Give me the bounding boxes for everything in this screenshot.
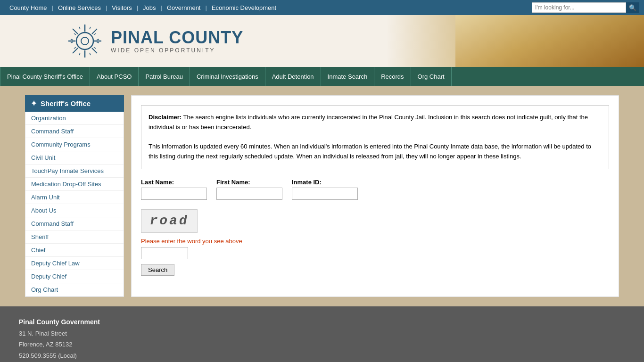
nav-records[interactable]: Records [374,67,411,86]
county-tagline: WIDE OPEN OPPORTUNITY [111,47,243,54]
sidebar-item-touchpay[interactable]: TouchPay Inmate Services [25,165,124,178]
disclaimer-box: Disclaimer: The search engine lists indi… [141,105,609,169]
last-name-input[interactable] [141,188,207,200]
svg-line-16 [71,39,73,40]
search-button[interactable]: Search [141,264,174,276]
main-navigation: Pinal County Sheriff's Office About PCSO… [0,67,644,86]
sidebar-item-community-programs[interactable]: Community Programs [25,138,124,151]
sidebar-item-organization[interactable]: Organization [25,112,124,125]
nav-online-services[interactable]: Online Services [53,4,106,11]
inmate-id-label: Inmate ID: [292,179,358,186]
inmate-id-input[interactable] [292,188,358,200]
header: PINAL COUNTY WIDE OPEN OPPORTUNITY [0,15,644,67]
svg-line-18 [71,42,73,43]
svg-line-6 [73,29,78,34]
sidebar-menu: Organization Command Staff Community Pro… [25,112,124,297]
svg-line-12 [79,27,80,29]
svg-line-19 [94,47,96,49]
nav-county-home[interactable]: County Home [5,4,51,11]
footer-address2: Florence, AZ 85132 [19,339,625,350]
nav-about-pcso[interactable]: About PCSO [90,67,139,86]
svg-point-1 [81,37,89,45]
footer-phone-local: 520.509.3555 (Local) [19,350,625,361]
nav-jobs[interactable]: Jobs [138,4,160,11]
inmate-id-group: Inmate ID: [292,179,358,200]
first-name-input[interactable] [216,188,282,200]
sidebar-item-alarm[interactable]: Alarm Unit [25,191,124,204]
star-icon: ✦ [31,99,37,108]
svg-line-13 [94,33,96,35]
sidebar-title: Sheriff's Office [41,99,91,107]
sidebar-item-civil-unit[interactable]: Civil Unit [25,151,124,165]
top-search-area: 🔍 [532,2,639,13]
sidebar-item-command-staff[interactable]: Command Staff [25,125,124,138]
svg-line-17 [97,42,99,43]
footer-address1: 31 N. Pinal Street [19,328,625,339]
svg-line-8 [92,29,97,34]
disclaimer-text-2: This information is updated every 60 min… [149,142,602,162]
footer-content: 31 N. Pinal Street Florence, AZ 85132 52… [19,328,625,362]
svg-line-7 [92,48,97,53]
disclaimer-bold: Disclaimer: [149,114,182,121]
main-content: Disclaimer: The search engine lists indi… [131,95,619,297]
captcha-area: road Please enter the word you see above… [141,209,609,276]
last-name-group: Last Name: [141,179,207,200]
top-navigation: County Home | Online Services | Visitors… [0,0,644,15]
search-form-row: Last Name: First Name: Inmate ID: [141,179,609,200]
footer: Pinal County Government 31 N. Pinal Stre… [0,306,644,362]
top-nav-links: County Home | Online Services | Visitors… [5,4,532,11]
nav-economic[interactable]: Economic Development [207,4,281,11]
svg-point-0 [76,33,93,49]
svg-line-9 [73,48,78,53]
footer-org-name: Pinal County Government [19,318,625,326]
content-wrapper: ✦ Sheriff's Office Organization Command … [25,95,619,297]
svg-line-11 [90,27,91,29]
disclaimer-text-1-content: The search engine lists individuals who … [149,114,588,131]
sidebar-item-deputy-chief-law[interactable]: Deputy Chief Law [25,257,124,270]
sidebar-item-org-chart[interactable]: Org Chart [25,283,124,296]
captcha-image: road [141,209,198,233]
nav-visitors[interactable]: Visitors [107,4,136,11]
logo-text: PINAL COUNTY WIDE OPEN OPPORTUNITY [111,28,243,54]
captcha-prompt: Please enter the word you see above [141,238,609,245]
top-search-input[interactable] [532,2,626,13]
svg-line-15 [97,39,99,40]
first-name-label: First Name: [216,179,282,186]
sidebar-item-about-us[interactable]: About Us [25,204,124,217]
sidebar-item-sheriff[interactable]: Sheriff [25,230,124,244]
top-search-button[interactable]: 🔍 [626,2,639,13]
logo-area: PINAL COUNTY WIDE OPEN OPPORTUNITY [66,22,243,60]
nav-criminal[interactable]: Criminal Investigations [190,67,265,86]
first-name-group: First Name: [216,179,282,200]
nav-government[interactable]: Government [162,4,206,11]
sidebar: ✦ Sheriff's Office Organization Command … [25,95,124,297]
svg-line-20 [74,47,76,49]
nav-inmate-search[interactable]: Inmate Search [321,67,375,86]
desert-background [455,15,644,67]
captcha-input[interactable] [141,247,188,259]
nav-patrol[interactable]: Patrol Bureau [139,67,190,86]
sidebar-item-deputy-chief[interactable]: Deputy Chief [25,270,124,283]
sidebar-header: ✦ Sheriff's Office [25,95,124,112]
county-name: PINAL COUNTY [111,28,243,47]
sidebar-item-chief[interactable]: Chief [25,244,124,257]
last-name-label: Last Name: [141,179,207,186]
pinal-county-logo-icon [66,22,104,60]
svg-line-21 [90,53,91,55]
svg-line-14 [74,33,76,35]
sidebar-item-command-staff-2[interactable]: Command Staff [25,217,124,230]
nav-pcso[interactable]: Pinal County Sheriff's Office [0,67,90,86]
svg-line-22 [79,53,80,55]
disclaimer-text-1: Disclaimer: The search engine lists indi… [149,113,602,132]
nav-detention[interactable]: Adult Detention [265,67,321,86]
nav-org-chart[interactable]: Org Chart [411,67,452,86]
sidebar-item-medication[interactable]: Medication Drop-Off Sites [25,178,124,191]
